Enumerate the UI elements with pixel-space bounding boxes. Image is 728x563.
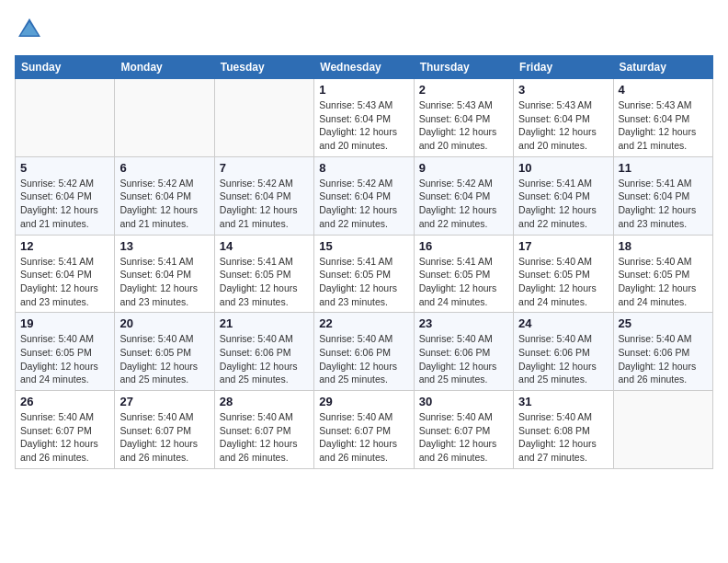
day-number: 13: [119, 239, 209, 253]
weekday-header: Wednesday: [314, 56, 414, 79]
calendar-cell: 28Sunrise: 5:40 AM Sunset: 6:07 PM Dayli…: [214, 391, 313, 469]
calendar-header-row: SundayMondayTuesdayWednesdayThursdayFrid…: [16, 56, 713, 79]
day-info: Sunrise: 5:41 AM Sunset: 6:04 PM Dayligh…: [119, 255, 209, 309]
day-number: 7: [220, 161, 309, 175]
calendar-cell: 17Sunrise: 5:40 AM Sunset: 6:05 PM Dayli…: [514, 235, 613, 313]
calendar-cell: 12Sunrise: 5:41 AM Sunset: 6:04 PM Dayli…: [16, 235, 115, 313]
day-info: Sunrise: 5:43 AM Sunset: 6:04 PM Dayligh…: [518, 98, 608, 153]
logo: [15, 15, 48, 44]
day-number: 28: [220, 395, 309, 408]
page-header: [15, 15, 713, 44]
day-info: Sunrise: 5:42 AM Sunset: 6:04 PM Dayligh…: [319, 177, 408, 231]
day-number: 14: [220, 239, 309, 253]
day-info: Sunrise: 5:40 AM Sunset: 6:06 PM Dayligh…: [619, 332, 708, 386]
calendar-cell: 20Sunrise: 5:40 AM Sunset: 6:05 PM Dayli…: [115, 313, 214, 391]
day-info: Sunrise: 5:41 AM Sunset: 6:04 PM Dayligh…: [518, 177, 608, 231]
day-number: 11: [619, 161, 708, 175]
day-info: Sunrise: 5:40 AM Sunset: 6:06 PM Dayligh…: [319, 332, 408, 386]
day-number: 5: [20, 161, 109, 175]
day-number: 10: [518, 161, 608, 175]
day-number: 16: [419, 239, 508, 253]
day-info: Sunrise: 5:40 AM Sunset: 6:06 PM Dayligh…: [518, 332, 608, 386]
day-number: 23: [419, 316, 508, 330]
calendar-cell: 30Sunrise: 5:40 AM Sunset: 6:07 PM Dayli…: [414, 391, 513, 469]
day-info: Sunrise: 5:40 AM Sunset: 6:05 PM Dayligh…: [518, 255, 608, 309]
calendar-week-row: 5Sunrise: 5:42 AM Sunset: 6:04 PM Daylig…: [16, 156, 713, 235]
calendar-cell: [16, 79, 115, 157]
calendar-cell: 27Sunrise: 5:40 AM Sunset: 6:07 PM Dayli…: [115, 391, 214, 469]
calendar-week-row: 12Sunrise: 5:41 AM Sunset: 6:04 PM Dayli…: [16, 235, 713, 313]
day-number: 24: [518, 316, 608, 330]
day-number: 12: [20, 239, 109, 253]
weekday-header: Friday: [514, 56, 613, 79]
calendar-cell: 5Sunrise: 5:42 AM Sunset: 6:04 PM Daylig…: [16, 156, 115, 235]
day-number: 20: [119, 316, 209, 330]
day-info: Sunrise: 5:40 AM Sunset: 6:05 PM Dayligh…: [119, 332, 209, 386]
weekday-header: Tuesday: [214, 56, 313, 79]
day-number: 29: [319, 395, 408, 408]
day-number: 21: [220, 316, 309, 330]
calendar-cell: 21Sunrise: 5:40 AM Sunset: 6:06 PM Dayli…: [214, 313, 313, 391]
weekday-header: Thursday: [414, 56, 513, 79]
day-info: Sunrise: 5:40 AM Sunset: 6:05 PM Dayligh…: [20, 332, 109, 386]
day-info: Sunrise: 5:40 AM Sunset: 6:07 PM Dayligh…: [20, 410, 109, 465]
day-number: 1: [319, 83, 408, 97]
calendar-cell: 25Sunrise: 5:40 AM Sunset: 6:06 PM Dayli…: [613, 313, 712, 391]
calendar-cell: 3Sunrise: 5:43 AM Sunset: 6:04 PM Daylig…: [514, 79, 613, 157]
day-number: 2: [419, 83, 508, 97]
calendar-cell: [214, 79, 313, 157]
calendar-cell: 2Sunrise: 5:43 AM Sunset: 6:04 PM Daylig…: [414, 79, 513, 157]
calendar-cell: 15Sunrise: 5:41 AM Sunset: 6:05 PM Dayli…: [314, 235, 414, 313]
day-number: 17: [518, 239, 608, 253]
day-number: 15: [319, 239, 408, 253]
calendar-week-row: 26Sunrise: 5:40 AM Sunset: 6:07 PM Dayli…: [16, 391, 713, 469]
day-info: Sunrise: 5:43 AM Sunset: 6:04 PM Dayligh…: [319, 98, 408, 153]
calendar-cell: 8Sunrise: 5:42 AM Sunset: 6:04 PM Daylig…: [314, 156, 414, 235]
day-info: Sunrise: 5:41 AM Sunset: 6:04 PM Dayligh…: [20, 255, 109, 309]
day-number: 18: [619, 239, 708, 253]
day-number: 9: [419, 161, 508, 175]
day-info: Sunrise: 5:43 AM Sunset: 6:04 PM Dayligh…: [419, 98, 508, 153]
calendar-cell: 24Sunrise: 5:40 AM Sunset: 6:06 PM Dayli…: [514, 313, 613, 391]
calendar-cell: 26Sunrise: 5:40 AM Sunset: 6:07 PM Dayli…: [16, 391, 115, 469]
day-info: Sunrise: 5:40 AM Sunset: 6:07 PM Dayligh…: [220, 410, 309, 465]
day-info: Sunrise: 5:40 AM Sunset: 6:07 PM Dayligh…: [119, 410, 209, 465]
day-info: Sunrise: 5:42 AM Sunset: 6:04 PM Dayligh…: [220, 177, 309, 231]
calendar-cell: 7Sunrise: 5:42 AM Sunset: 6:04 PM Daylig…: [214, 156, 313, 235]
day-number: 27: [119, 395, 209, 408]
calendar-cell: 13Sunrise: 5:41 AM Sunset: 6:04 PM Dayli…: [115, 235, 214, 313]
calendar-cell: [613, 391, 712, 469]
day-info: Sunrise: 5:42 AM Sunset: 6:04 PM Dayligh…: [20, 177, 109, 231]
day-info: Sunrise: 5:42 AM Sunset: 6:04 PM Dayligh…: [119, 177, 209, 231]
calendar-cell: 29Sunrise: 5:40 AM Sunset: 6:07 PM Dayli…: [314, 391, 414, 469]
weekday-header: Sunday: [16, 56, 115, 79]
day-info: Sunrise: 5:43 AM Sunset: 6:04 PM Dayligh…: [619, 98, 708, 153]
day-number: 8: [319, 161, 408, 175]
day-number: 22: [319, 316, 408, 330]
day-number: 26: [20, 395, 109, 408]
day-info: Sunrise: 5:41 AM Sunset: 6:05 PM Dayligh…: [319, 255, 408, 309]
day-info: Sunrise: 5:40 AM Sunset: 6:07 PM Dayligh…: [319, 410, 408, 465]
calendar-cell: 22Sunrise: 5:40 AM Sunset: 6:06 PM Dayli…: [314, 313, 414, 391]
calendar-cell: 9Sunrise: 5:42 AM Sunset: 6:04 PM Daylig…: [414, 156, 513, 235]
calendar-cell: [115, 79, 214, 157]
day-number: 30: [419, 395, 508, 408]
day-info: Sunrise: 5:40 AM Sunset: 6:07 PM Dayligh…: [419, 410, 508, 465]
calendar-cell: 1Sunrise: 5:43 AM Sunset: 6:04 PM Daylig…: [314, 79, 414, 157]
calendar-cell: 31Sunrise: 5:40 AM Sunset: 6:08 PM Dayli…: [514, 391, 613, 469]
logo-icon: [15, 15, 44, 44]
day-info: Sunrise: 5:40 AM Sunset: 6:08 PM Dayligh…: [518, 410, 608, 465]
day-number: 31: [518, 395, 608, 408]
weekday-header: Monday: [115, 56, 214, 79]
calendar-table: SundayMondayTuesdayWednesdayThursdayFrid…: [15, 55, 713, 469]
calendar-cell: 14Sunrise: 5:41 AM Sunset: 6:05 PM Dayli…: [214, 235, 313, 313]
day-info: Sunrise: 5:41 AM Sunset: 6:05 PM Dayligh…: [220, 255, 309, 309]
calendar-cell: 16Sunrise: 5:41 AM Sunset: 6:05 PM Dayli…: [414, 235, 513, 313]
day-info: Sunrise: 5:42 AM Sunset: 6:04 PM Dayligh…: [419, 177, 508, 231]
calendar-week-row: 19Sunrise: 5:40 AM Sunset: 6:05 PM Dayli…: [16, 313, 713, 391]
day-number: 3: [518, 83, 608, 97]
day-number: 4: [619, 83, 708, 97]
day-number: 25: [619, 316, 708, 330]
day-info: Sunrise: 5:40 AM Sunset: 6:05 PM Dayligh…: [619, 255, 708, 309]
day-info: Sunrise: 5:40 AM Sunset: 6:06 PM Dayligh…: [419, 332, 508, 386]
